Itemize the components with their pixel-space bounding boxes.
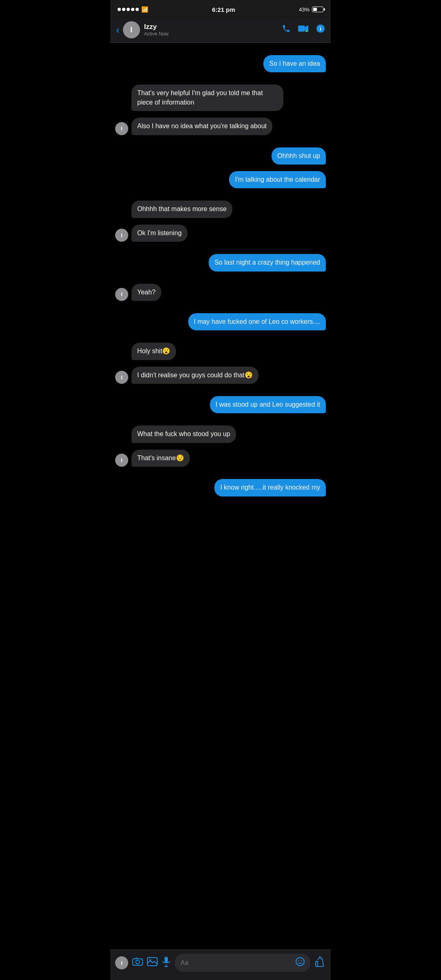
message-bubble: I'm talking about the calendar — [229, 171, 326, 188]
thumbs-up-icon[interactable] — [314, 956, 326, 970]
message-row: I Holy shit😮 — [115, 343, 326, 360]
battery-icon — [312, 7, 323, 12]
message-row: I I didn't realise you guys could do tha… — [115, 367, 326, 384]
svg-point-2 — [305, 30, 307, 32]
info-icon[interactable]: i — [316, 24, 325, 36]
back-button[interactable]: ‹ — [116, 24, 120, 36]
message-row: I may have fucked one of Leo co workers.… — [115, 313, 326, 330]
contact-name: Izzy — [144, 23, 282, 31]
message-bubble: So last night a crazy thing happened — [209, 254, 326, 271]
svg-point-6 — [136, 960, 140, 964]
image-icon[interactable] — [147, 957, 158, 969]
svg-text:i: i — [320, 26, 321, 32]
avatar: I — [115, 122, 128, 135]
svg-rect-0 — [298, 26, 305, 32]
status-time: 6:21 pm — [212, 6, 235, 13]
phone-icon[interactable] — [282, 24, 291, 36]
message-bubble: Also I have no idea what you're talking … — [131, 118, 272, 135]
contact-info: Izzy Active Now — [144, 23, 282, 37]
message-bubble: Yeah? — [131, 284, 161, 301]
message-bubble: Holy shit😮 — [131, 343, 176, 360]
svg-rect-10 — [165, 957, 168, 962]
message-row: I Ok I'm listening — [115, 225, 326, 242]
sender-avatar: I — [115, 956, 128, 969]
message-bubble: Ok I'm listening — [131, 225, 187, 242]
svg-rect-5 — [133, 959, 143, 965]
message-row: I'm talking about the calendar — [115, 171, 326, 188]
message-row: I know right.....it really knocked my — [115, 479, 326, 496]
avatar: I — [115, 288, 128, 301]
video-icon[interactable] — [298, 24, 309, 36]
svg-point-14 — [298, 960, 299, 961]
chat-header: ‹ I Izzy Active Now i — [110, 18, 331, 43]
message-bubble: I was stood up and Leo suggested it — [210, 396, 326, 413]
battery-percent: 43% — [299, 7, 310, 13]
emoji-icon[interactable] — [296, 957, 305, 969]
status-right: 43% — [299, 7, 323, 13]
message-row: I Also I have no idea what you're talkin… — [115, 118, 326, 135]
message-bubble: That's insane😟 — [131, 450, 190, 467]
message-bubble: I didn't realise you guys could do that😮 — [131, 367, 258, 384]
message-input[interactable] — [180, 959, 292, 967]
avatar: I — [115, 229, 128, 242]
message-row: So I have an idea — [115, 55, 326, 72]
messages-container: So I have an idea I That's very helpful … — [110, 43, 331, 949]
message-bubble: I know right.....it really knocked my — [214, 479, 326, 496]
camera-icon[interactable] — [132, 957, 143, 969]
message-row: I That's very helpful I'm glad you told … — [115, 85, 326, 111]
status-bar: 📶 6:21 pm 43% — [110, 0, 331, 18]
text-input-wrap[interactable] — [175, 954, 310, 972]
message-bubble: What the fuck who stood you up — [131, 425, 236, 443]
signal-icon — [118, 8, 139, 11]
message-bubble: Ohhhh that makes more sense — [131, 200, 232, 218]
header-icons: i — [282, 24, 325, 36]
svg-rect-7 — [136, 958, 137, 959]
message-bubble: That's very helpful I'm glad you told me… — [131, 85, 283, 111]
wifi-icon: 📶 — [141, 6, 148, 13]
input-bar: I — [110, 949, 331, 980]
contact-status: Active Now — [144, 31, 282, 37]
message-bubble: Ohhhh shut up — [272, 147, 326, 165]
message-row: I Ohhhh that makes more sense — [115, 200, 326, 218]
message-row: I was stood up and Leo suggested it — [115, 396, 326, 413]
mic-icon[interactable] — [162, 956, 171, 969]
svg-point-15 — [301, 960, 302, 961]
message-row: I Yeah? — [115, 284, 326, 301]
message-row: Ohhhh shut up — [115, 147, 326, 165]
svg-point-13 — [296, 958, 304, 966]
message-row: I What the fuck who stood you up — [115, 425, 326, 443]
avatar: I — [115, 371, 128, 384]
message-row: So last night a crazy thing happened — [115, 254, 326, 271]
message-bubble: So I have an idea — [263, 55, 326, 72]
message-row: I That's insane😟 — [115, 450, 326, 467]
status-left: 📶 — [118, 6, 148, 13]
contact-avatar: I — [123, 21, 140, 38]
message-bubble: I may have fucked one of Leo co workers.… — [188, 313, 326, 330]
avatar: I — [115, 454, 128, 467]
